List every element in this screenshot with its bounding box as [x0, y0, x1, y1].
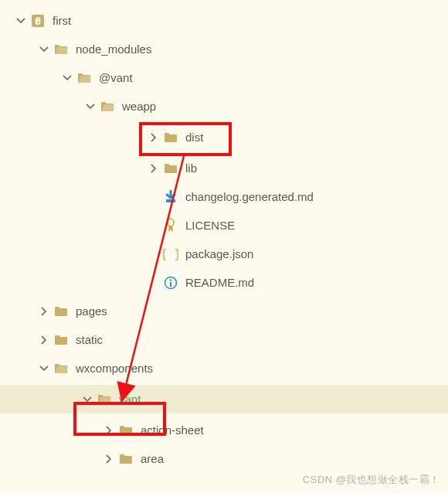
watermark-text: CSDN @我也想做全栈一霸！	[303, 473, 440, 487]
json-file-icon	[162, 246, 179, 263]
tree-row-vant[interactable]: vant	[0, 385, 448, 413]
tree-label: @vant	[99, 71, 133, 84]
chevron-right-icon	[102, 423, 116, 437]
chevron-right-icon	[147, 162, 161, 175]
tree-row-readme[interactable]: README.md	[0, 268, 448, 297]
tree-label: static	[76, 333, 103, 346]
folder-open-icon	[53, 360, 70, 377]
project-icon	[29, 12, 46, 29]
tree-label: package.json	[185, 247, 253, 260]
tree-label: LICENSE	[185, 219, 235, 232]
tree-label: vant	[119, 393, 141, 406]
folder-closed-icon	[53, 303, 70, 320]
chevron-down-icon	[83, 100, 97, 114]
folder-open-icon	[96, 391, 113, 408]
tree-row-vant-scope[interactable]: @vant	[0, 63, 448, 92]
tree-row-root[interactable]: first	[0, 6, 448, 35]
tree-row-package-json[interactable]: package.json	[0, 240, 448, 268]
tree-label: pages	[76, 304, 107, 318]
tree-label: action-sheet	[141, 423, 204, 437]
tree-label: first	[53, 14, 71, 27]
tree-row-node-modules[interactable]: node_modules	[0, 35, 448, 63]
chevron-down-icon	[37, 42, 51, 56]
tree-label: dist	[185, 131, 203, 144]
chevron-right-icon	[147, 131, 161, 144]
tree-row-lib[interactable]: lib	[0, 154, 448, 182]
tree-label: README.md	[185, 276, 254, 289]
folder-open-icon	[99, 98, 116, 115]
license-file-icon	[162, 217, 179, 234]
chevron-right-icon	[102, 452, 116, 466]
tree-row-weapp[interactable]: weapp	[0, 92, 448, 121]
tree-row-wxcomponents[interactable]: wxcomponents	[0, 354, 448, 382]
tree-row-dist[interactable]: dist	[0, 123, 448, 151]
tree-label: weapp	[122, 100, 156, 113]
markdown-file-icon	[162, 189, 179, 206]
tree-label: lib	[185, 162, 197, 175]
chevron-down-icon	[80, 393, 94, 406]
info-file-icon	[162, 274, 179, 291]
folder-closed-icon	[117, 450, 134, 468]
chevron-down-icon	[37, 362, 51, 376]
tree-row-license[interactable]: LICENSE	[0, 211, 448, 240]
tree-label: wxcomponents	[76, 362, 153, 375]
tree-row-pages[interactable]: pages	[0, 297, 448, 325]
file-tree: first node_modules @vant weapp dist lib	[0, 0, 448, 473]
chevron-right-icon	[37, 333, 51, 347]
folder-closed-icon	[117, 422, 134, 439]
tree-row-action-sheet[interactable]: action-sheet	[0, 416, 448, 444]
folder-open-icon	[53, 41, 70, 58]
tree-label: node_modules	[76, 42, 151, 56]
tree-row-changelog[interactable]: changelog.generated.md	[0, 182, 448, 211]
chevron-down-icon	[14, 14, 28, 28]
chevron-down-icon	[60, 71, 74, 85]
chevron-right-icon	[37, 304, 51, 318]
tree-label: area	[141, 452, 164, 465]
folder-closed-icon	[53, 332, 70, 348]
tree-row-static[interactable]: static	[0, 325, 448, 354]
tree-row-area[interactable]: area	[0, 444, 448, 473]
folder-open-icon	[76, 70, 93, 87]
tree-label: changelog.generated.md	[185, 190, 314, 203]
folder-closed-icon	[162, 160, 179, 177]
folder-closed-icon	[162, 129, 179, 146]
